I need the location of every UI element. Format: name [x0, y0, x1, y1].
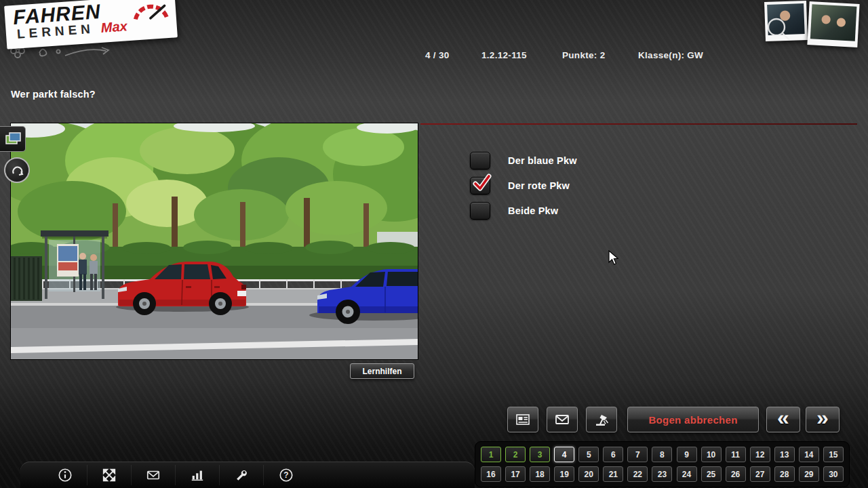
photo-content	[810, 4, 857, 41]
question-grid-row: 123456789101112131415	[481, 447, 844, 462]
question-number-21[interactable]: 21	[603, 466, 623, 482]
question-image[interactable]	[11, 123, 418, 359]
question-number-15[interactable]: 15	[823, 447, 844, 462]
svg-text:?: ?	[283, 470, 288, 480]
question-number-22[interactable]: 22	[627, 466, 648, 482]
answer-option[interactable]: Der rote Pkw	[470, 177, 577, 195]
statistics-button[interactable]	[176, 465, 220, 485]
question-number-27[interactable]: 27	[750, 466, 770, 482]
question-number-19[interactable]: 19	[554, 466, 574, 482]
question-number-24[interactable]: 24	[677, 466, 697, 482]
question-number-30[interactable]: 30	[823, 466, 844, 482]
lamp-button[interactable]	[586, 407, 617, 432]
question-number-18[interactable]: 18	[530, 466, 550, 482]
question-number-2[interactable]: 2	[505, 447, 526, 462]
answer-label: Der rote Pkw	[508, 180, 570, 191]
fullscreen-icon	[102, 468, 117, 483]
forward-icon: »	[816, 407, 829, 428]
question-number-17[interactable]: 17	[505, 466, 526, 482]
answer-option[interactable]: Der blaue Pkw	[470, 152, 577, 169]
question-number-29[interactable]: 29	[799, 466, 819, 482]
polaroid-photo-2	[807, 1, 859, 47]
question-number-panel: 1234567891011121314151617181920212223242…	[475, 441, 850, 487]
points-label: Punkte: 2	[562, 50, 605, 60]
question-number-28[interactable]: 28	[774, 466, 795, 482]
progress-counter: 4 / 30	[425, 50, 450, 60]
feedback-mail-button[interactable]	[547, 407, 578, 432]
image-view-tab[interactable]	[0, 126, 26, 152]
abort-test-button[interactable]: Bogen abbrechen	[627, 407, 759, 432]
question-number-13[interactable]: 13	[774, 447, 795, 462]
lamp-icon	[593, 411, 610, 428]
question-number-12[interactable]: 12	[750, 447, 770, 462]
question-number-25[interactable]: 25	[701, 466, 722, 482]
question-number-23[interactable]: 23	[652, 466, 672, 482]
question-number-7[interactable]: 7	[627, 447, 648, 462]
question-title: Wer parkt falsch?	[11, 89, 96, 100]
question-number-6[interactable]: 6	[603, 447, 623, 462]
info-button[interactable]	[43, 465, 87, 485]
fullscreen-button[interactable]	[87, 465, 132, 485]
next-question-button[interactable]: »	[806, 407, 840, 432]
app-logo: FAHREN LERNEN Max	[4, 0, 178, 49]
speedometer-icon	[130, 0, 171, 22]
question-number-10[interactable]: 10	[701, 447, 722, 462]
answer-option[interactable]: Beide Pkw	[470, 202, 577, 220]
app-window: FAHREN LERNEN Max 4 / 30 1.2.12-115 Punk…	[0, 0, 868, 488]
answer-panel-topline	[420, 123, 857, 125]
info-icon	[58, 468, 73, 483]
settings-button[interactable]	[220, 465, 264, 485]
scribble-icon	[8, 161, 26, 179]
question-number-26[interactable]: 26	[726, 466, 746, 482]
answer-label: Beide Pkw	[508, 205, 558, 216]
backward-icon: «	[777, 407, 789, 428]
question-code: 1.2.12-115	[481, 50, 527, 60]
question-number-20[interactable]: 20	[578, 466, 599, 482]
question-number-14[interactable]: 14	[799, 447, 819, 462]
gallery-icon	[3, 129, 22, 148]
question-number-8[interactable]: 8	[652, 447, 672, 462]
magnifier-doodle-icon	[765, 16, 795, 45]
notes-button[interactable]	[507, 407, 538, 432]
classes-label: Klasse(n): GW	[638, 50, 703, 60]
lernhilfen-button[interactable]: Lernhilfen	[350, 363, 414, 379]
help-button[interactable]: ?	[264, 465, 308, 485]
prev-question-button[interactable]: «	[766, 407, 800, 432]
mail-icon	[146, 468, 161, 483]
red-checkmark-icon	[471, 172, 493, 194]
checkbox-unchecked[interactable]	[470, 152, 490, 169]
question-number-3[interactable]: 3	[530, 447, 550, 462]
question-number-4[interactable]: 4	[554, 447, 574, 462]
question-number-5[interactable]: 5	[578, 447, 599, 462]
notes-icon	[515, 411, 531, 428]
question-grid-row: 161718192021222324252627282930	[481, 466, 844, 482]
help-icon: ?	[279, 468, 294, 483]
question-number-1[interactable]: 1	[481, 447, 501, 462]
question-number-9[interactable]: 9	[677, 447, 697, 462]
messages-button[interactable]	[132, 465, 176, 485]
question-number-16[interactable]: 16	[481, 466, 501, 482]
answers-list: Der blaue PkwDer rote PkwBeide Pkw	[470, 152, 577, 227]
question-number-11[interactable]: 11	[726, 447, 746, 462]
checkbox-unchecked[interactable]	[470, 202, 490, 220]
checkbox-checked[interactable]	[470, 177, 490, 195]
mouse-cursor	[608, 250, 619, 266]
envelope-icon	[554, 411, 570, 428]
hint-tab[interactable]	[4, 157, 30, 183]
bar-chart-icon	[190, 468, 205, 483]
question-scene-image	[11, 123, 418, 359]
wrench-icon	[234, 468, 249, 483]
logo-text-max: Max	[100, 18, 127, 36]
bottom-toolbar: ?	[20, 462, 475, 488]
answer-label: Der blaue Pkw	[508, 155, 577, 166]
